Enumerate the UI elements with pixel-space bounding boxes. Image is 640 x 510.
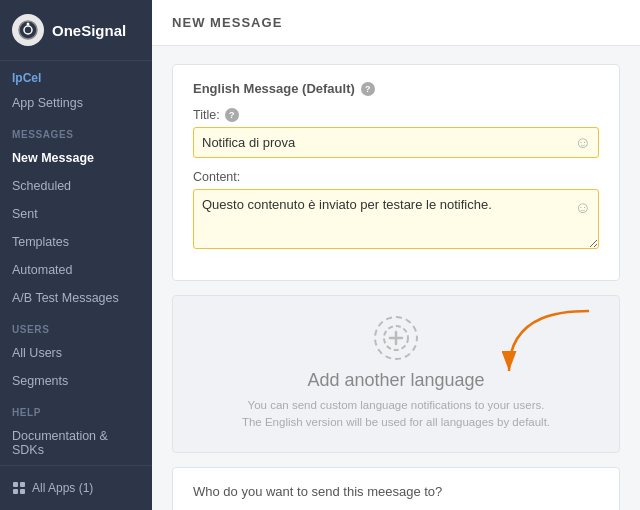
svg-point-2 xyxy=(27,23,30,26)
title-input[interactable] xyxy=(193,127,599,158)
message-form-section: English Message (Default) ? Title: ? ☺ C… xyxy=(172,64,620,281)
content-label: Content: xyxy=(193,170,599,184)
add-language-title: Add another language xyxy=(193,370,599,391)
content-emoji-button[interactable]: ☺ xyxy=(575,199,591,217)
sidebar-item-new-message[interactable]: New Message xyxy=(0,144,152,172)
sidebar-item-segments[interactable]: Segments xyxy=(0,367,152,395)
title-help-icon[interactable]: ? xyxy=(225,108,239,122)
title-field-wrapper: ☺ xyxy=(193,127,599,158)
sidebar-item-app-settings[interactable]: App Settings xyxy=(0,89,152,117)
svg-rect-4 xyxy=(20,482,25,487)
sidebar-item-docs[interactable]: Documentation & SDKs xyxy=(0,422,152,464)
all-apps-item[interactable]: All Apps (1) xyxy=(0,474,152,502)
grid-icon xyxy=(12,481,26,495)
sidebar: OneSignal IpCel App Settings MESSAGES Ne… xyxy=(0,0,152,510)
content-area: English Message (Default) ? Title: ? ☺ C… xyxy=(152,46,640,510)
sidebar-item-automated[interactable]: Automated xyxy=(0,256,152,284)
help-icon[interactable]: ? xyxy=(361,82,375,96)
sidebar-item-ab-test[interactable]: A/B Test Messages xyxy=(0,284,152,312)
svg-rect-3 xyxy=(13,482,18,487)
title-emoji-button[interactable]: ☺ xyxy=(575,134,591,152)
plus-circle-icon xyxy=(382,324,410,352)
page-title: NEW MESSAGE xyxy=(172,15,282,30)
add-language-icon[interactable] xyxy=(374,316,418,360)
help-section-label: HELP xyxy=(0,395,152,422)
sidebar-item-all-users[interactable]: All Users xyxy=(0,339,152,367)
svg-rect-6 xyxy=(20,489,25,494)
sidebar-item-templates[interactable]: Templates xyxy=(0,228,152,256)
users-section-label: USERS xyxy=(0,312,152,339)
sidebar-item-sent[interactable]: Sent xyxy=(0,200,152,228)
section-header: English Message (Default) ? xyxy=(193,81,599,96)
recipients-question: Who do you want to send this meesage to? xyxy=(193,484,599,499)
main-content: NEW MESSAGE English Message (Default) ? … xyxy=(152,0,640,510)
app-name: IpCel xyxy=(0,61,152,89)
logo-icon xyxy=(12,14,44,46)
svg-rect-5 xyxy=(13,489,18,494)
sidebar-item-scheduled[interactable]: Scheduled xyxy=(0,172,152,200)
add-language-desc: You can send custom language notificatio… xyxy=(193,397,599,432)
sidebar-bottom: All Apps (1) xyxy=(0,465,152,510)
add-language-section: Add another language You can send custom… xyxy=(172,295,620,453)
logo-text: OneSignal xyxy=(52,22,126,39)
logo: OneSignal xyxy=(0,0,152,61)
topbar: NEW MESSAGE xyxy=(152,0,640,46)
title-label: Title: ? xyxy=(193,108,599,122)
messages-section-label: MESSAGES xyxy=(0,117,152,144)
content-field-wrapper: Questo contenuto è inviato per testare l… xyxy=(193,189,599,252)
recipients-section: Who do you want to send this meesage to?… xyxy=(172,467,620,511)
all-apps-label: All Apps (1) xyxy=(32,481,93,495)
content-textarea[interactable]: Questo contenuto è inviato per testare l… xyxy=(193,189,599,249)
